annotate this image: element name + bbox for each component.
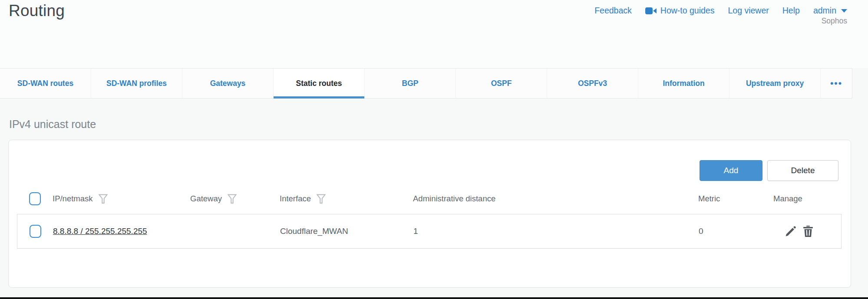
table-row: 8.8.8.8 / 255.255.255.255 Cloudflare_MWA… bbox=[17, 214, 842, 249]
tab-static-routes[interactable]: Static routes bbox=[274, 69, 365, 98]
delete-button[interactable]: Delete bbox=[767, 160, 838, 181]
column-header-admin-distance: Administrative distance bbox=[413, 194, 495, 204]
howto-guides-link[interactable]: How-to guides bbox=[645, 6, 715, 16]
filter-icon[interactable] bbox=[317, 194, 326, 204]
admin-distance-cell: 1 bbox=[413, 227, 699, 236]
metric-cell: 0 bbox=[699, 227, 774, 236]
table-header: IP/netmask Gateway Interface Administrat… bbox=[17, 192, 842, 205]
tab-bgp[interactable]: BGP bbox=[365, 69, 456, 98]
log-viewer-label: Log viewer bbox=[728, 6, 769, 16]
tabs-overflow-button[interactable]: ••• bbox=[821, 69, 852, 98]
tab-gateways[interactable]: Gateways bbox=[182, 69, 274, 98]
row-checkbox[interactable] bbox=[30, 225, 41, 238]
filter-icon[interactable] bbox=[99, 194, 108, 204]
add-button[interactable]: Add bbox=[700, 160, 762, 181]
window-bottom-edge bbox=[0, 297, 868, 299]
trash-icon[interactable] bbox=[803, 226, 813, 237]
feedback-link[interactable]: Feedback bbox=[594, 6, 632, 16]
manage-cell bbox=[774, 226, 841, 237]
help-label: Help bbox=[782, 6, 800, 16]
video-camera-icon bbox=[645, 7, 657, 15]
howto-guides-label: How-to guides bbox=[660, 6, 715, 16]
interface-cell: Cloudflare_MWAN bbox=[280, 227, 413, 236]
routes-panel: Add Delete IP/netmask Gateway Interface … bbox=[8, 140, 851, 288]
tab-sdwan-routes[interactable]: SD-WAN routes bbox=[0, 69, 91, 98]
pencil-icon[interactable] bbox=[785, 226, 796, 237]
column-header-metric: Metric bbox=[698, 194, 720, 204]
admin-menu[interactable]: admin bbox=[813, 6, 847, 16]
top-navigation: Feedback How-to guides Log viewer Help a… bbox=[594, 6, 847, 16]
feedback-label: Feedback bbox=[594, 6, 632, 16]
admin-label: admin bbox=[813, 6, 836, 16]
column-header-manage: Manage bbox=[773, 194, 802, 204]
section-title: IPv4 unicast route bbox=[9, 118, 96, 131]
brand-label: Sophos bbox=[822, 16, 847, 26]
tab-ospfv3[interactable]: OSPFv3 bbox=[547, 69, 638, 98]
tab-upstream-proxy[interactable]: Upstream proxy bbox=[729, 69, 821, 98]
column-header-ip-netmask: IP/netmask bbox=[53, 194, 93, 204]
tab-sdwan-profiles[interactable]: SD-WAN profiles bbox=[91, 69, 182, 98]
column-header-gateway: Gateway bbox=[190, 194, 222, 204]
select-all-checkbox[interactable] bbox=[29, 192, 41, 205]
tab-information[interactable]: Information bbox=[638, 69, 729, 98]
help-link[interactable]: Help bbox=[782, 6, 800, 16]
chevron-down-icon bbox=[841, 9, 847, 13]
routing-tabbar: SD-WAN routes SD-WAN profiles Gateways S… bbox=[0, 68, 852, 99]
filter-icon[interactable] bbox=[228, 194, 237, 204]
page-header: Routing Feedback How-to guides Log viewe… bbox=[0, 0, 868, 68]
column-header-interface: Interface bbox=[280, 194, 311, 204]
route-ip-link[interactable]: 8.8.8.8 / 255.255.255.255 bbox=[53, 227, 147, 236]
table-toolbar: Add Delete bbox=[9, 160, 851, 181]
tab-ospf[interactable]: OSPF bbox=[456, 69, 547, 98]
page-title: Routing bbox=[9, 2, 65, 20]
log-viewer-link[interactable]: Log viewer bbox=[728, 6, 769, 16]
